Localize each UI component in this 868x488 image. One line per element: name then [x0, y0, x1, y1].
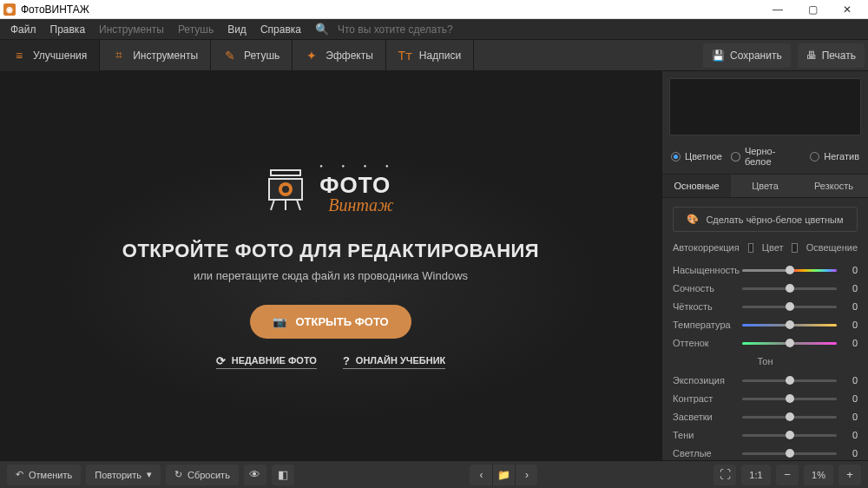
tone-section-title: Тон: [673, 356, 858, 366]
nav-segment: ‹ 📁 ›: [470, 465, 537, 485]
tab-retouch[interactable]: ✎Ретушь: [211, 40, 293, 71]
slider-value: 0: [844, 375, 858, 386]
reset-button[interactable]: ↻Сбросить: [166, 465, 239, 485]
svg-line-4: [271, 200, 274, 210]
open-photo-button[interactable]: 📷 ОТКРЫТЬ ФОТО: [250, 305, 411, 339]
recent-photos-link[interactable]: ⟳НЕДАВНИЕ ФОТО: [216, 354, 317, 369]
chevron-down-icon: ▾: [147, 469, 152, 480]
menu-file[interactable]: Файл: [5, 23, 42, 36]
slider-Чёткость: Чёткость0: [673, 301, 858, 312]
slider-thumb[interactable]: [786, 449, 794, 458]
slider-track[interactable]: [742, 398, 837, 400]
slider-track[interactable]: [742, 416, 837, 419]
tab-enhance[interactable]: ≡Улучшения: [0, 40, 100, 71]
menu-retouch[interactable]: Ретушь: [173, 23, 219, 36]
slider-value: 0: [844, 283, 858, 293]
slider-thumb[interactable]: [786, 320, 794, 329]
eye-toggle-button[interactable]: 👁: [244, 465, 266, 485]
slider-label: Засветки: [673, 412, 735, 422]
print-button[interactable]: 🖶Печать: [798, 43, 865, 68]
print-icon: 🖶: [806, 49, 817, 62]
slider-value: 0: [844, 393, 858, 404]
slider-Контраст: Контраст0: [673, 393, 858, 404]
brush-icon: ✎: [223, 49, 237, 63]
slider-track[interactable]: [742, 269, 837, 272]
slider-track[interactable]: [742, 452, 837, 455]
save-icon: 💾: [712, 49, 725, 62]
svg-rect-0: [271, 170, 300, 175]
slider-value: 0: [844, 412, 858, 422]
menu-edit[interactable]: Правка: [45, 23, 91, 36]
main-toolbar: ≡Улучшения ⌗Инструменты ✎Ретушь ✦Эффекты…: [0, 40, 868, 71]
tab-effects[interactable]: ✦Эффекты: [293, 40, 386, 71]
slider-thumb[interactable]: [786, 431, 794, 439]
nav-folder-button[interactable]: 📁: [492, 465, 515, 485]
save-button[interactable]: 💾Сохранить: [703, 43, 791, 68]
nav-next-button[interactable]: ›: [515, 465, 537, 485]
menu-help[interactable]: Справка: [255, 23, 306, 36]
app-logo-icon: ◉: [3, 3, 16, 16]
slider-Температура: Температура0: [673, 320, 858, 330]
online-tutorial-link[interactable]: ?ОНЛАЙН УЧЕБНИК: [343, 354, 445, 369]
slider-thumb[interactable]: [786, 394, 794, 403]
radio-negative[interactable]: Негатив: [810, 151, 859, 162]
radio-color[interactable]: Цветное: [671, 151, 722, 162]
search-input[interactable]: [332, 22, 506, 37]
tab-label: Ретушь: [244, 49, 279, 62]
search-icon: 🔍: [315, 23, 329, 36]
compare-button[interactable]: ◧: [272, 465, 294, 485]
slider-track[interactable]: [742, 434, 837, 437]
window-titlebar: ◉ ФотоВИНТАЖ — ▢ ✕: [0, 0, 868, 19]
slider-value: 0: [844, 265, 858, 275]
canvas-headline: ОТКРОЙТЕ ФОТО ДЛЯ РЕДАКТИРОВАНИЯ: [122, 240, 539, 262]
brand-dots: ● ● ● ●: [319, 163, 398, 168]
radio-bw[interactable]: Черно-белое: [731, 146, 801, 167]
tab-tools[interactable]: ⌗Инструменты: [100, 40, 211, 71]
slider-value: 0: [844, 320, 858, 330]
slider-thumb[interactable]: [786, 376, 794, 385]
minimize-button[interactable]: —: [760, 0, 795, 19]
slider-thumb[interactable]: [786, 266, 794, 274]
slider-track[interactable]: [742, 379, 837, 382]
nav-prev-button[interactable]: ‹: [470, 465, 492, 485]
slider-thumb[interactable]: [786, 284, 794, 293]
slider-track[interactable]: [742, 324, 837, 326]
checkbox-color[interactable]: [748, 243, 753, 253]
zoom-out-button[interactable]: −: [776, 465, 799, 485]
slider-track[interactable]: [742, 306, 837, 308]
slider-Насыщенность: Насыщенность0: [673, 265, 858, 275]
menu-view[interactable]: Вид: [222, 23, 252, 36]
checkbox-light[interactable]: [792, 243, 797, 253]
slider-thumb[interactable]: [786, 339, 794, 347]
maximize-button[interactable]: ▢: [795, 0, 830, 19]
panel-tab-main[interactable]: Основные: [662, 175, 731, 197]
zoom-in-button[interactable]: +: [838, 465, 861, 485]
menu-tools[interactable]: Инструменты: [94, 23, 169, 36]
actual-size-button[interactable]: 1:1: [741, 465, 771, 485]
panel-tab-colors[interactable]: Цвета: [731, 175, 799, 197]
camera-icon: [264, 165, 307, 214]
slider-track[interactable]: [742, 342, 837, 345]
autocorrect-row: Автокоррекция Цвет Освещение: [673, 242, 858, 253]
close-button[interactable]: ✕: [830, 0, 865, 19]
slider-label: Температура: [673, 320, 735, 330]
slider-label: Контраст: [673, 393, 735, 404]
panel-tab-sharp[interactable]: Резкость: [799, 175, 868, 197]
radio-icon: [671, 152, 681, 162]
slider-label: Насыщенность: [673, 265, 735, 275]
colorize-bw-button[interactable]: 🎨Сделать чёрно-белое цветным: [673, 207, 858, 232]
reset-icon: ↻: [174, 469, 182, 480]
clock-icon: ⟳: [216, 354, 226, 367]
redo-button[interactable]: Повторить▾: [86, 465, 161, 485]
undo-button[interactable]: ↶Отменить: [7, 465, 81, 485]
slider-label: Сочность: [673, 283, 735, 293]
slider-track[interactable]: [742, 287, 837, 290]
svg-point-3: [282, 186, 289, 193]
zoom-level: 1%: [804, 465, 833, 485]
slider-thumb[interactable]: [786, 302, 794, 311]
slider-label: Чёткость: [673, 301, 735, 312]
tab-text[interactable]: TᴛНадписи: [386, 40, 474, 71]
canvas-area[interactable]: ● ● ● ● ФОТО Винтаж ОТКРОЙТЕ ФОТО ДЛЯ РЕ…: [0, 71, 661, 460]
slider-thumb[interactable]: [786, 412, 794, 421]
fit-screen-button[interactable]: ⛶: [713, 465, 736, 485]
